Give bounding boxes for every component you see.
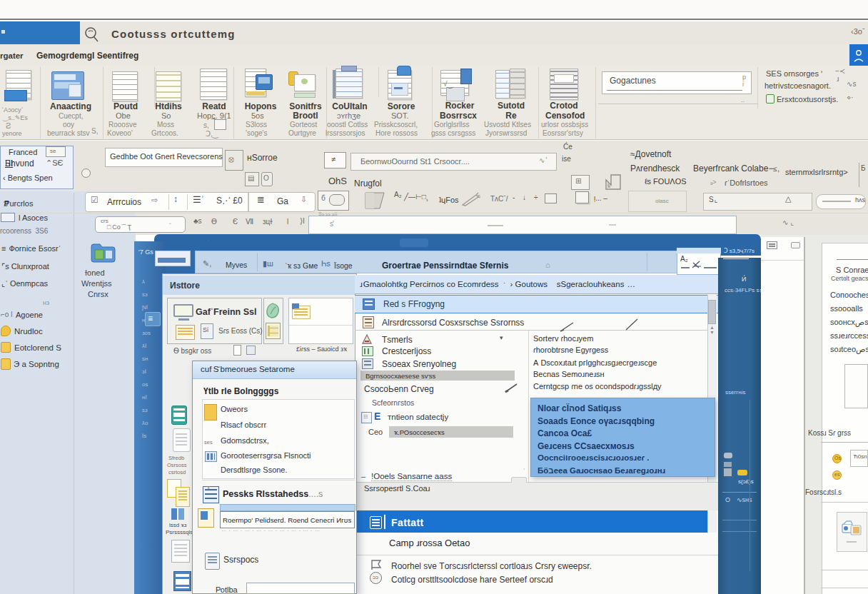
svg-text:s: s [478,193,480,199]
